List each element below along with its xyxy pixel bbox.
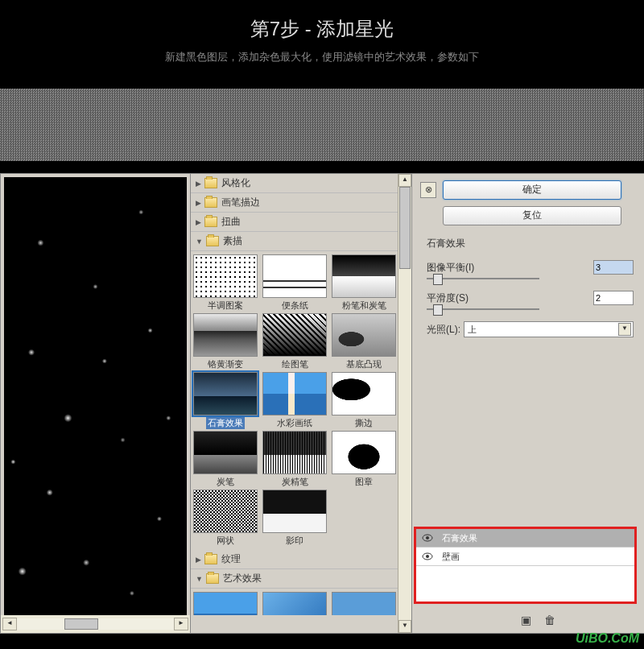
thumb-image (332, 254, 396, 298)
tutorial-header: 第7步 - 添加星光 新建黑色图层，添加杂色最大化，使用滤镜中的艺术效果，参数如… (0, 0, 644, 72)
eye-icon[interactable] (421, 532, 434, 544)
noise-preview-band (0, 89, 644, 161)
thumb-label: 影印 (262, 535, 328, 547)
layer-label: 石膏效果 (442, 532, 477, 544)
collapse-icon: ▼ (196, 238, 203, 246)
eye-icon[interactable] (421, 551, 434, 562)
thumb-graphic-pen[interactable]: 绘图笔 (262, 313, 328, 370)
category-stylize[interactable]: ▶ 风格化 (191, 174, 411, 193)
thumb-conte-crayon[interactable]: 炭精笔 (262, 431, 328, 488)
folder-icon (206, 573, 219, 584)
thumb-label: 绘图笔 (262, 358, 328, 370)
thumb-chalk[interactable]: 粉笔和炭笔 (331, 254, 397, 312)
thumb-label: 基底凸现 (331, 358, 397, 370)
preview-scrollbar[interactable]: ◄ ► (1, 615, 190, 633)
category-distort[interactable]: ▶ 扭曲 (191, 213, 411, 232)
reset-button[interactable]: 复位 (443, 206, 621, 225)
chevron-down-icon: ▼ (618, 323, 631, 336)
scroll-left-btn[interactable]: ◄ (2, 618, 17, 630)
thumb-notepaper[interactable]: 便条纸 (262, 254, 328, 312)
scroll-thumb[interactable] (64, 618, 98, 630)
category-texture[interactable]: ▶ 纹理 (191, 550, 411, 569)
artistic-thumbs (191, 589, 411, 615)
scroll-down-btn[interactable]: ▼ (398, 620, 411, 633)
folder-icon (204, 197, 217, 208)
category-label: 素描 (223, 234, 242, 248)
scroll-track[interactable] (17, 618, 174, 630)
slider-thumb[interactable] (433, 304, 443, 316)
thumb-artistic-1[interactable] (192, 592, 258, 615)
settings-pane: ⊗ 确定 复位 石膏效果 图像平衡(I) 平滑度(S) 光照(L): (412, 174, 644, 633)
thumb-label: 撕边 (331, 417, 397, 429)
collapse-toggle[interactable]: ⊗ (420, 182, 436, 198)
trash-icon[interactable]: 🗑 (544, 614, 555, 626)
light-dropdown[interactable]: 上 ▼ (464, 321, 634, 337)
preview-pane: ◄ ► (1, 174, 190, 633)
category-brush[interactable]: ▶ 画笔描边 (191, 193, 411, 213)
thumb-plaster[interactable]: 石膏效果 (192, 372, 258, 429)
thumb-image (332, 431, 396, 474)
step-desc: 新建黑色图层，添加杂色最大化，使用滤镜中的艺术效果，参数如下 (0, 50, 644, 64)
param-smoothness: 平滑度(S) (427, 291, 634, 305)
image-balance-slider[interactable] (427, 278, 539, 279)
thumb-chrome[interactable]: 铬黄渐变 (192, 313, 258, 370)
thumb-image (262, 313, 327, 357)
tree-scrollbar[interactable]: ▲ ▼ (398, 174, 411, 633)
param-label: 平滑度(S) (427, 291, 469, 305)
smoothness-slider[interactable] (427, 308, 539, 310)
layer-row-plaster[interactable]: 石膏效果 (416, 529, 634, 548)
preview-image[interactable] (4, 177, 187, 615)
thumb-label: 水彩画纸 (262, 417, 328, 429)
thumb-image (193, 313, 258, 357)
ok-button[interactable]: 确定 (443, 180, 621, 200)
slider-thumb[interactable] (433, 274, 443, 285)
thumb-artistic-2[interactable] (262, 592, 328, 615)
thumb-image (262, 490, 327, 533)
thumb-artistic-3[interactable] (331, 592, 397, 615)
category-label: 艺术效果 (223, 572, 262, 585)
param-label: 图像平衡(I) (427, 261, 474, 275)
smoothness-input[interactable] (593, 291, 634, 305)
category-label: 纹理 (221, 552, 241, 566)
thumb-image (262, 431, 327, 474)
thumb-image (193, 431, 258, 474)
thumb-stamp[interactable]: 图章 (331, 431, 397, 488)
category-artistic[interactable]: ▼ 艺术效果 (191, 569, 411, 589)
folder-icon (206, 236, 219, 246)
watermark: UiBO.CoM (576, 631, 639, 646)
new-layer-icon[interactable]: ▣ (521, 614, 531, 626)
thumb-halftone[interactable]: 半调图案 (192, 254, 258, 312)
filter-gallery-dialog: ◄ ► ▶ 风格化 ▶ 画笔描边 (0, 173, 644, 634)
thumb-label: 粉笔和炭笔 (331, 300, 397, 312)
expand-icon: ▶ (196, 199, 201, 207)
sketch-thumbs: 半调图案 便条纸 粉笔和炭笔 铬黄渐变 绘图笔 基底凸现 石膏效果 水彩画纸 撕… (191, 251, 411, 550)
thumb-image (332, 313, 396, 357)
svg-point-1 (426, 536, 429, 539)
thumb-water-paper[interactable]: 水彩画纸 (262, 372, 328, 429)
filter-tree: ▶ 风格化 ▶ 画笔描边 ▶ 扭曲 ▼ 素描 (191, 174, 411, 615)
effect-name-label: 石膏效果 (427, 237, 634, 250)
scroll-thumb[interactable] (399, 187, 411, 269)
scroll-up-btn[interactable]: ▲ (398, 174, 411, 187)
folder-icon (204, 554, 217, 564)
folder-icon (204, 178, 217, 188)
filter-pane: ▶ 风格化 ▶ 画笔描边 ▶ 扭曲 ▼ 素描 (190, 174, 412, 633)
svg-point-3 (426, 555, 429, 558)
thumb-label: 便条纸 (262, 300, 328, 312)
layer-row-fresco[interactable]: 壁画 (416, 548, 634, 566)
param-label: 光照(L): (427, 323, 460, 337)
thumb-label: 半调图案 (192, 300, 258, 312)
thumb-label: 石膏效果 (206, 417, 245, 429)
folder-icon (204, 217, 217, 227)
scroll-right-btn[interactable]: ► (174, 618, 188, 630)
thumb-image (262, 372, 327, 415)
thumb-charcoal[interactable]: 炭笔 (192, 431, 258, 488)
thumb-bas-relief[interactable]: 基底凸现 (331, 313, 397, 370)
image-balance-input[interactable] (593, 260, 634, 275)
thumb-reticulation[interactable]: 网状 (192, 490, 258, 547)
thumb-torn-edges[interactable]: 撕边 (331, 372, 397, 429)
thumb-image (193, 254, 258, 298)
category-label: 风格化 (221, 176, 250, 190)
thumb-photocopy[interactable]: 影印 (262, 490, 328, 547)
category-sketch[interactable]: ▼ 素描 (191, 232, 411, 251)
